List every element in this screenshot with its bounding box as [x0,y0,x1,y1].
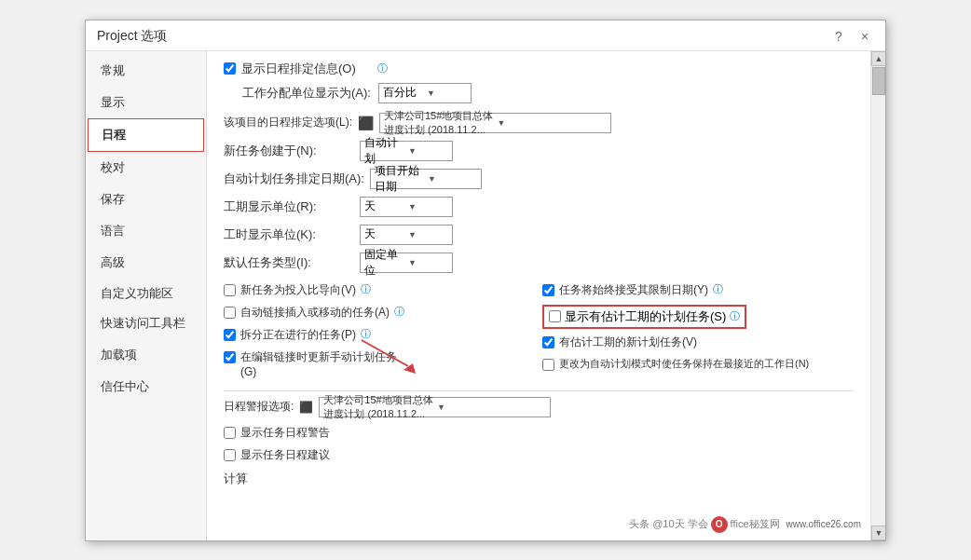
display-schedule-info-icon[interactable]: ⓘ [377,61,388,75]
cb-update-manual: 在编辑链接时更新手动计划任务(G) [224,349,535,378]
cb-keep-nearest-input[interactable] [542,359,554,371]
dialog-body: 常规 显示 日程 校对 保存 语言 高级 自定义功能区 快速访问工具栏 加载项 … [86,51,885,540]
cb-show-task-suggest: 显示任务日程建议 [224,447,854,463]
cb-update-manual-label: 在编辑链接时更新手动计划任务(G) [240,349,397,378]
default-task-type-arrow-icon: ▼ [408,258,448,267]
duration-unit-label: 工期显示单位(R): [224,198,354,215]
sidebar-item-addins[interactable]: 加载项 [86,339,206,371]
cb-show-task-alert-input[interactable] [224,427,236,439]
cb-show-estimated-input[interactable] [549,310,561,322]
work-hour-unit-arrow-icon: ▼ [408,230,448,239]
cb-always-honor-info[interactable]: ⓘ [713,282,723,296]
alert-project-arrow-icon: ▼ [437,403,547,412]
watermark-text: 头条 @10天 学会 [629,517,708,531]
auto-plan-date-value: 项目开始日期 [375,163,424,195]
sidebar-item-trustcenter[interactable]: 信任中心 [86,371,206,403]
sidebar-item-quickaccess[interactable]: 快速访问工具栏 [86,308,206,339]
close-button[interactable]: × [855,29,874,44]
excel-icon: ⬛ [358,116,374,130]
cb-always-honor-label: 任务将始终接受其限制日期(Y) [559,282,708,298]
calculation-section: 计算 [224,471,854,487]
section-divider [224,390,854,391]
watermark-url: www.office26.com [786,519,861,529]
cb-show-task-suggest-input[interactable] [224,449,236,461]
new-task-row: 新任务创建于(N): 自动计划 ▼ [224,141,854,161]
sidebar-item-advanced[interactable]: 高级 [86,247,206,279]
schedule-options-section: 该项目的日程排定选项(L): ⬛ 天津公司15#地项目总体进度计划 (2018.… [224,113,854,133]
schedule-options-label: 该项目的日程排定选项(L): [224,115,352,130]
cb-split-inprogress-label: 拆分正在进行的任务(P) [240,327,356,343]
checkboxes-left: 新任务为投入比导向(V) ⓘ 自动链接插入或移动的任务(A) ⓘ 拆分正在进行的… [224,282,535,385]
display-schedule-label: 显示日程排定信息(O) [241,61,372,77]
watermark: 头条 @10天 学会 O ffice秘笈网 www.office26.com [629,516,861,533]
sidebar-item-language[interactable]: 语言 [86,215,206,247]
cb-show-estimated-label: 显示有估计工期的计划任务(S) [565,308,726,325]
cb-keep-nearest-label: 更改为自动计划模式时使任务保持在最接近的工作日(N) [559,357,809,371]
cb-show-task-suggest-label: 显示任务日程建议 [240,447,330,463]
sidebar-item-customize[interactable]: 自定义功能区 [86,279,206,309]
project-value: 天津公司15#地项目总体进度计划 (2018.11.2... [384,109,494,137]
auto-plan-date-label: 自动计划任务排定日期(A): [224,171,364,187]
cb-split-inprogress: 拆分正在进行的任务(P) ⓘ [224,327,535,343]
new-task-select[interactable]: 自动计划 ▼ [360,141,453,161]
sidebar-item-display[interactable]: 显示 [86,87,206,118]
cb-always-honor: 任务将始终接受其限制日期(Y) ⓘ [542,282,854,298]
cb-autolink-input[interactable] [224,307,236,319]
checkboxes-right: 任务将始终接受其限制日期(Y) ⓘ 显示有估计工期的计划任务(S) ⓘ 有估计工… [542,282,854,385]
work-unit-select[interactable]: 百分比 ▼ [378,83,472,103]
cb-show-estimated-info[interactable]: ⓘ [730,309,740,323]
duration-unit-select[interactable]: 天 ▼ [360,197,453,217]
cb-autolink: 自动链接插入或移动的任务(A) ⓘ [224,305,535,321]
sidebar-item-save[interactable]: 保存 [86,184,206,215]
alert-section-label: 日程警报选项: [224,399,294,415]
cb-new-task-driven-info[interactable]: ⓘ [361,282,371,296]
cb-autolink-info[interactable]: ⓘ [394,305,404,319]
cb-new-task-driven-input[interactable] [224,284,236,296]
alert-section-title: 日程警报选项: ⬛ 天津公司15#地项目总体进度计划 (2018.11.2...… [224,397,854,417]
duration-unit-arrow-icon: ▼ [408,202,448,212]
duration-unit-value: 天 [364,198,404,214]
dialog-window: Project 选项 ? × 常规 显示 日程 校对 保存 语言 高级 自定义功… [85,20,886,541]
scrollbar-thumb[interactable] [872,67,885,95]
scroll-up-button[interactable]: ▲ [871,51,885,66]
default-task-type-row: 默认任务类型(I): 固定单位 ▼ [224,253,854,273]
work-unit-label: 工作分配单位显示为(A): [242,85,373,102]
new-task-value: 自动计划 [364,135,404,167]
office-icon: O [711,516,728,533]
sidebar-item-general[interactable]: 常规 [86,55,206,87]
work-hour-unit-label: 工时显示单位(K): [224,226,354,243]
cb-keep-nearest: 更改为自动计划模式时使任务保持在最接近的工作日(N) [542,357,854,371]
cb-show-task-alert: 显示任务日程警告 [224,425,854,441]
work-hour-unit-row: 工时显示单位(K): 天 ▼ [224,225,854,245]
auto-plan-date-arrow-icon: ▼ [428,174,477,184]
dialog-title: Project 选项 [97,28,167,45]
help-button[interactable]: ? [829,29,848,44]
new-task-label: 新任务创建于(N): [224,143,354,159]
cb-split-inprogress-input[interactable] [224,329,236,341]
cb-new-estimated-label: 有估计工期的新计划任务(V) [559,335,697,350]
display-schedule-checkbox[interactable] [224,62,236,75]
cb-autolink-label: 自动链接插入或移动的任务(A) [240,305,390,321]
scroll-down-button[interactable]: ▼ [871,526,885,540]
sidebar: 常规 显示 日程 校对 保存 语言 高级 自定义功能区 快速访问工具栏 加载项 … [86,51,207,540]
display-schedule-row: 显示日程排定信息(O) ⓘ [224,61,854,77]
cb-always-honor-input[interactable] [542,284,554,296]
sidebar-item-schedule[interactable]: 日程 [88,118,204,152]
project-dropdown[interactable]: 天津公司15#地项目总体进度计划 (2018.11.2... ▼ [379,113,611,133]
checkbox-section: 新任务为投入比导向(V) ⓘ 自动链接插入或移动的任务(A) ⓘ 拆分正在进行的… [224,282,854,385]
work-unit-value: 百分比 [383,85,423,101]
auto-plan-date-select[interactable]: 项目开始日期 ▼ [370,169,482,189]
cb-new-task-driven-label: 新任务为投入比导向(V) [240,282,356,298]
cb-update-manual-input[interactable] [224,351,236,363]
scrollbar: ▲ ▼ [870,51,885,540]
work-hour-unit-select[interactable]: 天 ▼ [360,225,453,245]
sidebar-item-proofing[interactable]: 校对 [86,152,206,184]
alert-project-dropdown[interactable]: 天津公司15#地项目总体进度计划 (2018.11.2... ▼ [319,397,551,417]
auto-plan-date-row: 自动计划任务排定日期(A): 项目开始日期 ▼ [224,169,854,189]
alert-excel-icon: ⬛ [299,401,313,414]
cb-new-estimated-input[interactable] [542,336,554,348]
cb-split-inprogress-info[interactable]: ⓘ [361,327,371,341]
watermark-text2: ffice秘笈网 [731,517,780,531]
cb-show-estimated-highlighted: 显示有估计工期的计划任务(S) ⓘ [542,305,746,329]
default-task-type-select[interactable]: 固定单位 ▼ [360,253,453,273]
